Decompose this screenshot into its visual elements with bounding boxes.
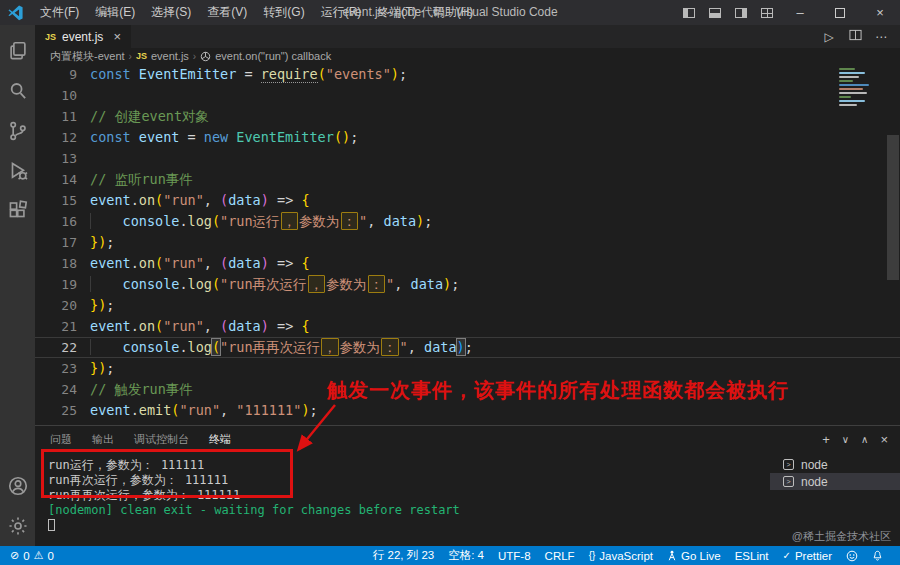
terminal-list-item[interactable]: >node — [770, 473, 900, 490]
toggle-secondary-sidebar-icon[interactable] — [728, 0, 754, 25]
status-bar: ⊘ 0 ⚠ 0 行 22, 列 23空格: 4UTF-8CRLF{}JavaSc… — [0, 546, 900, 565]
code-token: , — [204, 192, 220, 208]
toggle-sidebar-icon[interactable] — [676, 0, 702, 25]
code-line[interactable]: 17}); — [35, 232, 900, 253]
code-token: event — [90, 318, 131, 334]
new-terminal-icon[interactable]: + — [822, 432, 830, 447]
code-token: // 监听run事件 — [90, 171, 193, 187]
status-eslint[interactable]: ESLint — [728, 550, 776, 562]
panel-tab-问题[interactable]: 问题 — [49, 427, 73, 451]
status-notifications[interactable] — [865, 550, 890, 562]
toggle-panel-icon[interactable] — [702, 0, 728, 25]
terminal-output[interactable]: run运行，参数为： 111111run再次运行，参数为： 111111run再… — [35, 452, 770, 546]
status-label: Prettier — [795, 550, 832, 562]
source-control-icon[interactable] — [0, 111, 35, 151]
menu-item[interactable]: 转到(G) — [255, 0, 312, 25]
status-prettier[interactable]: ✓Prettier — [776, 550, 839, 562]
close-panel-icon[interactable]: × — [880, 432, 888, 447]
minimap[interactable] — [837, 66, 883, 110]
breadcrumb-file[interactable]: event.js — [151, 50, 189, 62]
code-line[interactable]: 22 console.log("run再再次运行，参数为：", data); — [35, 337, 900, 358]
code-token: ) — [416, 213, 424, 229]
panel-tab-输出[interactable]: 输出 — [91, 427, 115, 451]
accounts-icon[interactable] — [0, 466, 35, 506]
code-line[interactable]: 19 console.log("run再次运行，参数为：", data); — [35, 274, 900, 295]
terminal-line: run再再次运行，参数为： 111111 — [48, 488, 770, 503]
breadcrumb-symbol[interactable]: event.on("run") callback — [215, 50, 331, 62]
code-token: ; — [310, 402, 318, 418]
feedback-icon — [846, 550, 858, 562]
code-token: { — [301, 255, 309, 271]
code-token: { — [301, 192, 309, 208]
code-token: ; — [106, 360, 114, 376]
more-actions-icon[interactable]: ⋯ — [870, 30, 892, 44]
menu-item[interactable]: 编辑(E) — [87, 0, 143, 25]
status-label: UTF-8 — [498, 550, 531, 562]
status-label: ESLint — [735, 550, 769, 562]
code-token: "events" — [326, 66, 391, 82]
status-indentation[interactable]: 空格: 4 — [441, 548, 491, 563]
terminal-list-item[interactable]: >node — [770, 456, 900, 473]
problems-status[interactable]: ⊘ 0 ⚠ 0 — [8, 549, 56, 562]
explorer-icon[interactable] — [0, 31, 35, 71]
status-eol[interactable]: CRLF — [538, 550, 582, 562]
terminal-line — [48, 518, 770, 533]
code-token — [131, 129, 139, 145]
javascript-file-icon: JS — [136, 51, 147, 61]
code-line[interactable]: 14// 监听run事件 — [35, 169, 900, 190]
panel-tab-调试控制台[interactable]: 调试控制台 — [133, 427, 190, 451]
code-line[interactable]: 24// 触发run事件 — [35, 379, 900, 400]
breadcrumb-module[interactable]: 内置模块-event — [50, 49, 125, 64]
code-token: " — [400, 339, 408, 355]
status-feedback[interactable] — [839, 550, 865, 562]
code-line[interactable]: 21event.on("run", (data) => { — [35, 316, 900, 337]
status-language-mode[interactable]: {}JavaScript — [582, 550, 660, 562]
code-line[interactable]: 20}); — [35, 295, 900, 316]
minimize-button[interactable]: – — [780, 0, 820, 25]
status-cursor-position[interactable]: 行 22, 列 23 — [366, 548, 441, 563]
code-text: // 监听run事件 — [90, 169, 193, 190]
warning-count: 0 — [48, 550, 54, 562]
panel-tab-终端[interactable]: 终端 — [208, 427, 232, 451]
code-token: }) — [90, 297, 106, 313]
extensions-icon[interactable] — [0, 191, 35, 231]
code-line[interactable]: 15event.on("run", (data) => { — [35, 190, 900, 211]
code-line[interactable]: 23}); — [35, 358, 900, 379]
code-line[interactable]: 10 — [35, 85, 900, 106]
run-debug-icon[interactable] — [0, 151, 35, 191]
code-line[interactable]: 16 console.log("run运行，参数为：", data); — [35, 211, 900, 232]
line-number: 12 — [35, 127, 90, 148]
maximize-button[interactable] — [820, 0, 860, 25]
warning-icon: ⚠ — [34, 549, 44, 562]
code-line[interactable]: 9const EventEmitter = require("events"); — [35, 64, 900, 85]
maximize-panel-icon[interactable]: ∧ — [861, 434, 868, 445]
code-line[interactable]: 12const event = new EventEmitter(); — [35, 127, 900, 148]
code-line[interactable]: 18event.on("run", (data) => { — [35, 253, 900, 274]
code-line[interactable]: 11// 创建event对象 — [35, 106, 900, 127]
minimap-line — [839, 68, 855, 70]
editor-scrollbar[interactable] — [886, 64, 900, 425]
customize-layout-icon[interactable] — [754, 0, 780, 25]
split-editor-icon[interactable] — [844, 29, 866, 44]
run-file-icon[interactable]: ▷ — [818, 30, 840, 44]
tab-event-js[interactable]: JS event.js × — [35, 25, 131, 48]
settings-gear-icon[interactable] — [0, 506, 35, 546]
code-line[interactable]: 25event.emit("run", "111111"); — [35, 400, 900, 421]
status-go-live[interactable]: Go Live — [660, 550, 728, 562]
terminal-list: >node>node — [770, 452, 900, 546]
terminal-dropdown-icon[interactable]: ∨ — [842, 434, 849, 445]
code-editor[interactable]: 9const EventEmitter = require("events");… — [35, 64, 900, 425]
code-token — [131, 66, 139, 82]
code-token: , — [367, 213, 383, 229]
code-text: const event = new EventEmitter(); — [90, 127, 358, 148]
scrollbar-thumb[interactable] — [887, 135, 899, 280]
search-icon[interactable] — [0, 71, 35, 111]
menu-item[interactable]: 文件(F) — [32, 0, 87, 25]
code-token: ; — [399, 66, 407, 82]
status-encoding[interactable]: UTF-8 — [491, 550, 538, 562]
menu-item[interactable]: 查看(V) — [199, 0, 255, 25]
code-line[interactable]: 13 — [35, 148, 900, 169]
tab-close-icon[interactable]: × — [113, 29, 121, 44]
close-button[interactable]: × — [860, 0, 900, 25]
menu-item[interactable]: 选择(S) — [143, 0, 199, 25]
